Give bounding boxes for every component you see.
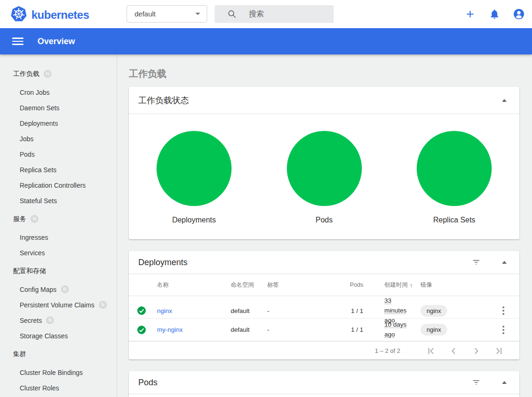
sidebar-item-jobs[interactable]: Jobs [0,131,117,146]
pagination-range-label: 1 – 2 of 2 [375,347,400,354]
chevron-left-icon [448,345,459,357]
search-box [215,5,334,23]
sidebar-item-storage-classes[interactable]: Storage Classes [0,328,117,344]
sidebar-item-config-maps[interactable]: Config Maps N [0,282,117,297]
filter-icon [472,258,481,267]
pagination-bar: 1 – 2 of 2 [129,341,519,359]
top-header: kubernetes default [0,0,532,28]
sidebar-item-pods[interactable]: Pods [0,146,117,162]
collapse-button[interactable] [499,257,510,268]
namespaced-badge: N [44,70,52,78]
sidebar-item-stateful-sets[interactable]: Stateful Sets [0,193,117,208]
table-row: nginx default - 1 / 1 33 minutes ago ngi… [129,296,519,319]
chart-label: Deployments [172,216,216,224]
header-actions [465,0,525,28]
sort-ascending-icon: ↑ [410,282,413,289]
collapse-button[interactable] [499,95,510,106]
kubernetes-brand[interactable]: kubernetes [10,6,89,24]
workload-status-title: 工作负载状态 [138,95,189,106]
app-toolbar: Overview [0,28,532,54]
workload-status-charts: Deployments Pods Replica Sets [129,114,519,239]
namespaced-badge: N [46,316,54,324]
sidebar-item-secrets[interactable]: Secrets N [0,313,117,328]
create-resource-button[interactable] [465,8,476,20]
replica-sets-chart: Replica Sets [389,131,519,239]
sidebar-header-services[interactable]: 服务 N [0,211,117,227]
sidebar-item-persistent-volume-claims[interactable]: Persistent Volume Claims N [0,297,117,313]
filter-button[interactable] [471,257,482,268]
image-chip: nginx [420,324,447,336]
row-actions-kebab-icon[interactable] [501,324,506,336]
bell-icon [489,8,500,20]
last-page-button[interactable] [493,345,504,357]
cell-namespace: default [231,326,267,333]
sidebar-item-daemon-sets[interactable]: Daemon Sets [0,100,117,115]
namespaced-badge: N [61,285,69,293]
cell-namespace: default [231,307,267,314]
deployment-link[interactable]: nginx [157,307,172,314]
filter-button[interactable] [471,377,482,388]
namespaced-badge: N [30,215,38,223]
sidebar-section-cluster: 集群 Cluster Role Bindings Cluster Roles [0,346,117,396]
pods-card: Pods [129,371,519,397]
triangle-up-icon [502,99,507,102]
namespace-selected-value: default [135,10,195,18]
column-header-labels[interactable]: 标签 [267,281,330,289]
sidebar-item-deployments[interactable]: Deployments [0,115,117,131]
last-page-icon [493,345,504,357]
main-content: 工作负载 工作负载状态 Deployments [117,54,532,397]
sidebar-item-ingresses[interactable]: Ingresses [0,229,117,245]
search-input[interactable] [249,10,329,18]
sidebar-item-services[interactable]: Services [0,245,117,260]
menu-hamburger-icon[interactable] [12,38,23,45]
plus-icon [465,8,476,20]
table-row: my-nginx default - 1 / 1 10 days ago ngi… [129,319,519,341]
sidebar-header-workloads[interactable]: 工作负载 N [0,66,117,82]
status-ok-icon [137,326,146,334]
sidebar-section-services: 服务 N Ingresses Services [0,211,117,260]
pods-donut-chart [287,131,362,206]
deployments-card: Deployments [129,251,519,359]
column-header-namespace[interactable]: 命名空间 [231,281,267,289]
sidebar-header-config-storage[interactable]: 配置和存储 [0,263,117,279]
deployments-table-header: 名称 命名空间 标签 Pods 创建时间 ↑ 镜像 [129,274,519,296]
account-button[interactable] [513,8,525,20]
row-actions-kebab-icon[interactable] [501,305,506,317]
notifications-button[interactable] [489,8,500,20]
workload-status-card: 工作负载状态 Deployments Pods [129,87,519,239]
sidebar-item-cluster-role-bindings[interactable]: Cluster Role Bindings [0,365,117,380]
first-page-button[interactable] [426,345,437,357]
column-header-pods[interactable]: Pods [330,282,363,288]
sidebar-section-config-storage: 配置和存储 Config Maps N Persistent Volume Cl… [0,263,117,344]
deployments-donut-chart [157,131,232,206]
chevron-down-icon [195,13,200,15]
cell-created: 10 days ago [384,320,415,340]
sidebar-nav: 工作负载 N Cron Jobs Daemon Sets Deployments… [0,54,117,397]
pods-chart: Pods [259,131,390,239]
column-header-name[interactable]: 名称 [157,281,231,289]
sidebar-header-cluster[interactable]: 集群 [0,346,117,362]
first-page-icon [426,345,437,357]
collapse-button[interactable] [499,377,510,388]
chevron-right-icon [471,345,482,357]
previous-page-button[interactable] [448,345,459,357]
account-circle-icon [513,8,525,20]
deployment-link[interactable]: my-nginx [157,326,183,333]
column-header-images[interactable]: 镜像 [420,281,472,289]
column-header-created[interactable]: 创建时间 ↑ [384,281,420,289]
triangle-up-icon [502,261,507,264]
deployments-chart: Deployments [129,131,259,239]
filter-icon [472,378,481,387]
namespace-selector[interactable]: default [127,5,207,23]
sidebar-item-replication-controllers[interactable]: Replication Controllers [0,177,117,193]
sidebar-item-replica-sets[interactable]: Replica Sets [0,162,117,177]
triangle-up-icon [502,381,507,384]
page-title: 工作负载 [129,68,519,80]
sidebar-item-cluster-roles[interactable]: Cluster Roles [0,380,117,396]
sidebar-item-cron-jobs[interactable]: Cron Jobs [0,84,117,100]
next-page-button[interactable] [471,345,482,357]
status-ok-icon [137,306,146,315]
image-chip: nginx [420,305,447,317]
pods-card-title: Pods [138,378,157,388]
chart-label: Replica Sets [433,216,475,224]
